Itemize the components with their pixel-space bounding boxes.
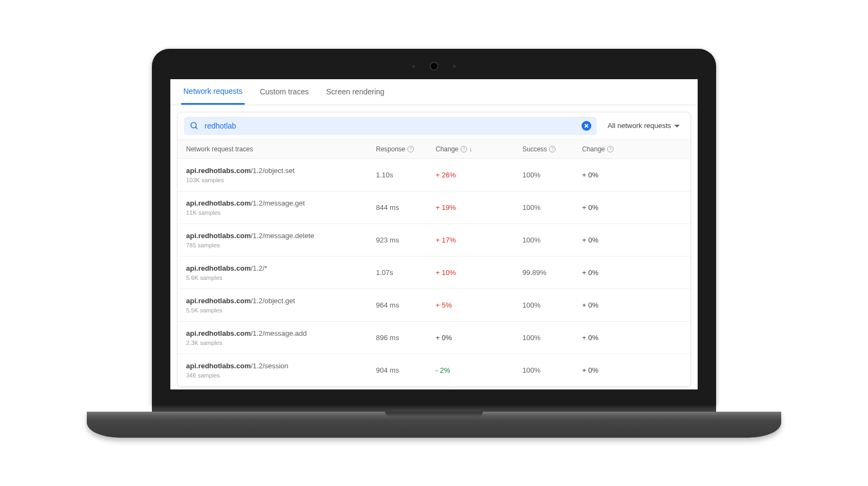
trace-samples: 103K samples <box>186 177 376 183</box>
filter-dropdown[interactable]: All network requests <box>603 119 684 132</box>
laptop-mockup: Network requests Custom traces Screen re… <box>87 49 781 438</box>
help-icon[interactable]: ? <box>407 146 414 152</box>
laptop-base <box>87 412 781 438</box>
trace-path: /1.2/message.get <box>251 199 305 207</box>
change-response-cell: + 17% <box>436 236 522 244</box>
tab-custom-traces[interactable]: Custom traces <box>258 80 311 104</box>
trace-samples: 346 samples <box>186 372 376 379</box>
change-response-cell: + 5% <box>436 301 522 309</box>
success-cell: 99.89% <box>522 268 582 277</box>
table-body: api.redhotlabs.com/1.2/object.set103K sa… <box>177 159 691 387</box>
column-header-change-response[interactable]: Change ? ↓ <box>436 145 522 153</box>
trace-host: api.redhotlabs.com <box>186 232 251 240</box>
response-cell: 844 ms <box>376 203 436 212</box>
search-row: All network requests <box>177 112 691 139</box>
sensor-dot-icon <box>453 65 456 68</box>
trace-samples: 785 samples <box>186 242 376 248</box>
change-response-cell: + 10% <box>436 268 522 277</box>
response-cell: 964 ms <box>376 301 436 309</box>
sensor-dot-icon <box>412 65 415 68</box>
close-icon <box>584 123 589 129</box>
change-response-cell: + 19% <box>436 203 522 212</box>
tab-network-requests[interactable]: Network requests <box>181 79 245 105</box>
tab-bar: Network requests Custom traces Screen re… <box>170 79 698 105</box>
response-cell: 923 ms <box>376 236 436 244</box>
trace-samples: 5.6K samples <box>186 274 376 281</box>
filter-label: All network requests <box>608 122 671 130</box>
column-header-trace[interactable]: Network request traces <box>186 145 376 153</box>
trace-samples: 11K samples <box>186 209 376 216</box>
success-cell: 100% <box>522 236 582 244</box>
trace-host: api.redhotlabs.com <box>186 199 251 207</box>
trace-path: /1.2/object.set <box>251 167 295 175</box>
success-cell: 100% <box>522 301 582 309</box>
table-row[interactable]: api.redhotlabs.com/1.2/object.get5.5K sa… <box>177 289 691 322</box>
success-cell: 100% <box>522 334 582 342</box>
arrow-down-icon: ↓ <box>469 146 473 152</box>
trace-host: api.redhotlabs.com <box>186 167 251 175</box>
column-header-success[interactable]: Success ? <box>522 145 582 153</box>
trace-cell: api.redhotlabs.com/1.2/object.set103K sa… <box>186 167 376 183</box>
change-response-cell: - 2% <box>436 366 522 374</box>
change-success-cell: + 0% <box>582 171 682 179</box>
trace-host: api.redhotlabs.com <box>186 297 251 305</box>
tab-screen-rendering[interactable]: Screen rendering <box>324 80 386 104</box>
trace-path: /1.2/message.delete <box>251 232 314 240</box>
change-success-cell: + 0% <box>582 334 682 342</box>
help-icon[interactable]: ? <box>549 146 556 152</box>
clear-search-button[interactable] <box>582 121 591 131</box>
column-header-response[interactable]: Response ? <box>376 145 436 153</box>
response-cell: 896 ms <box>376 334 436 342</box>
table-row[interactable]: api.redhotlabs.com/1.2/object.set103K sa… <box>177 159 691 191</box>
trace-path: /1.2/* <box>251 264 267 272</box>
search-input[interactable] <box>205 122 576 130</box>
response-cell: 904 ms <box>376 366 436 374</box>
change-success-cell: + 0% <box>582 366 682 374</box>
trace-cell: api.redhotlabs.com/1.2/*5.6K samples <box>186 264 376 281</box>
response-cell: 1.07s <box>376 268 436 277</box>
trace-cell: api.redhotlabs.com/1.2/message.delete785… <box>186 232 376 248</box>
change-response-cell: + 0% <box>436 334 522 342</box>
change-success-cell: + 0% <box>582 268 682 277</box>
success-cell: 100% <box>522 203 582 212</box>
trace-host: api.redhotlabs.com <box>186 329 251 337</box>
svg-point-0 <box>191 123 196 128</box>
table-row[interactable]: api.redhotlabs.com/1.2/message.delete785… <box>177 224 691 257</box>
trace-host: api.redhotlabs.com <box>186 264 251 272</box>
trace-path: /1.2/message.add <box>251 329 307 337</box>
change-success-cell: + 0% <box>582 203 682 212</box>
camera-icon <box>430 62 438 71</box>
help-icon[interactable]: ? <box>607 146 614 152</box>
table-row[interactable]: api.redhotlabs.com/1.2/message.get11K sa… <box>177 191 691 224</box>
search-icon <box>189 121 199 131</box>
success-cell: 100% <box>522 171 582 179</box>
help-icon[interactable]: ? <box>461 146 467 152</box>
table-header: Network request traces Response ? Change… <box>177 139 691 159</box>
touchpad-notch <box>385 412 483 417</box>
change-success-cell: + 0% <box>582 301 682 309</box>
trace-path: /1.2/session <box>251 362 288 370</box>
trace-cell: api.redhotlabs.com/1.2/message.get11K sa… <box>186 199 376 216</box>
column-header-change-success[interactable]: Change ? <box>582 145 682 153</box>
laptop-hinge <box>152 405 716 412</box>
trace-cell: api.redhotlabs.com/1.2/session346 sample… <box>186 362 376 379</box>
response-cell: 1.10s <box>376 171 436 179</box>
trace-samples: 2.3K samples <box>186 340 376 346</box>
laptop-bezel: Network requests Custom traces Screen re… <box>152 49 716 406</box>
table-row[interactable]: api.redhotlabs.com/1.2/*5.6K samples1.07… <box>177 257 691 289</box>
content-panel: All network requests Network request tra… <box>177 112 691 387</box>
change-success-cell: + 0% <box>582 236 682 244</box>
trace-cell: api.redhotlabs.com/1.2/object.get5.5K sa… <box>186 297 376 314</box>
table-row[interactable]: api.redhotlabs.com/1.2/session346 sample… <box>177 354 691 387</box>
trace-host: api.redhotlabs.com <box>186 362 251 370</box>
change-response-cell: + 26% <box>436 171 522 179</box>
success-cell: 100% <box>522 366 582 374</box>
trace-samples: 5.5K samples <box>186 307 376 314</box>
search-box[interactable] <box>184 117 597 135</box>
chevron-down-icon <box>674 122 680 130</box>
app-screen: Network requests Custom traces Screen re… <box>170 79 698 389</box>
trace-path: /1.2/object.get <box>251 297 295 305</box>
svg-line-1 <box>195 127 197 129</box>
table-row[interactable]: api.redhotlabs.com/1.2/message.add2.3K s… <box>177 322 691 354</box>
trace-cell: api.redhotlabs.com/1.2/message.add2.3K s… <box>186 329 376 346</box>
